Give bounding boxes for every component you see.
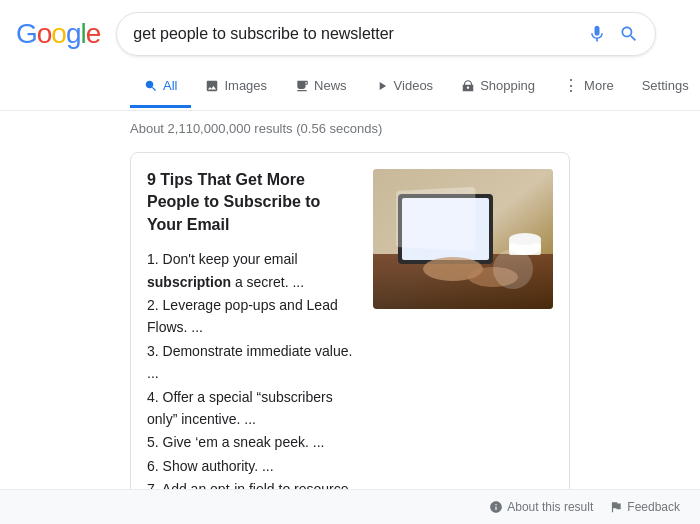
microphone-icon[interactable]	[587, 24, 607, 44]
tab-settings-label: Settings	[642, 78, 689, 93]
tab-more[interactable]: ⋮ More	[549, 64, 628, 110]
svg-rect-3	[402, 198, 489, 260]
list-item: 4. Offer a special “subscribers only” in…	[147, 386, 357, 431]
feedback-button[interactable]: Feedback	[609, 500, 680, 514]
about-result-label: About this result	[507, 500, 593, 514]
snippet-image-svg	[373, 169, 553, 309]
svg-point-6	[509, 233, 541, 245]
search-bar[interactable]	[116, 12, 656, 56]
featured-snippet: 9 Tips That Get More People to Subscribe…	[130, 152, 570, 524]
tab-shopping[interactable]: Shopping	[447, 66, 549, 108]
tab-shopping-label: Shopping	[480, 78, 535, 93]
list-item: 5. Give ‘em a sneak peek. ...	[147, 431, 357, 453]
feedback-label: Feedback	[627, 500, 680, 514]
search-submit-icon[interactable]	[619, 24, 639, 44]
tab-settings[interactable]: Settings	[628, 66, 700, 108]
search-input[interactable]	[133, 25, 587, 43]
tab-images-label: Images	[224, 78, 267, 93]
tab-videos[interactable]: Videos	[361, 66, 448, 108]
snippet-title: 9 Tips That Get More People to Subscribe…	[147, 169, 357, 236]
list-item: 3. Demonstrate immediate value. ...	[147, 340, 357, 385]
more-tab-icon: ⋮	[563, 76, 579, 95]
tab-news[interactable]: News	[281, 66, 361, 108]
shopping-tab-icon	[461, 79, 475, 93]
about-result[interactable]: About this result	[489, 500, 593, 514]
snippet-list: 1. Don't keep your email subscription a …	[147, 248, 357, 524]
info-icon	[489, 500, 503, 514]
svg-point-8	[468, 267, 518, 287]
list-item: 1. Don't keep your email subscription a …	[147, 248, 357, 293]
flag-icon	[609, 500, 623, 514]
tab-news-label: News	[314, 78, 347, 93]
tab-images[interactable]: Images	[191, 66, 281, 108]
list-item: 2. Leverage pop-ups and Lead Flows. ...	[147, 294, 357, 339]
nav-tabs: All Images News Videos Shopping ⋮ More S…	[0, 64, 700, 111]
list-item: 6. Show authority. ...	[147, 455, 357, 477]
tab-all-label: All	[163, 78, 177, 93]
videos-tab-icon	[375, 79, 389, 93]
footer: About this result Feedback	[0, 489, 700, 524]
snippet-image	[373, 169, 553, 309]
tab-videos-label: Videos	[394, 78, 434, 93]
news-tab-icon	[295, 79, 309, 93]
all-tab-icon	[144, 79, 158, 93]
images-tab-icon	[205, 79, 219, 93]
results-info: About 2,110,000,000 results (0.56 second…	[0, 111, 700, 144]
tab-more-label: More	[584, 78, 614, 93]
google-logo[interactable]: Google	[16, 18, 100, 50]
snippet-content: 9 Tips That Get More People to Subscribe…	[147, 169, 357, 524]
tab-all[interactable]: All	[130, 66, 191, 108]
header: Google	[0, 0, 700, 64]
